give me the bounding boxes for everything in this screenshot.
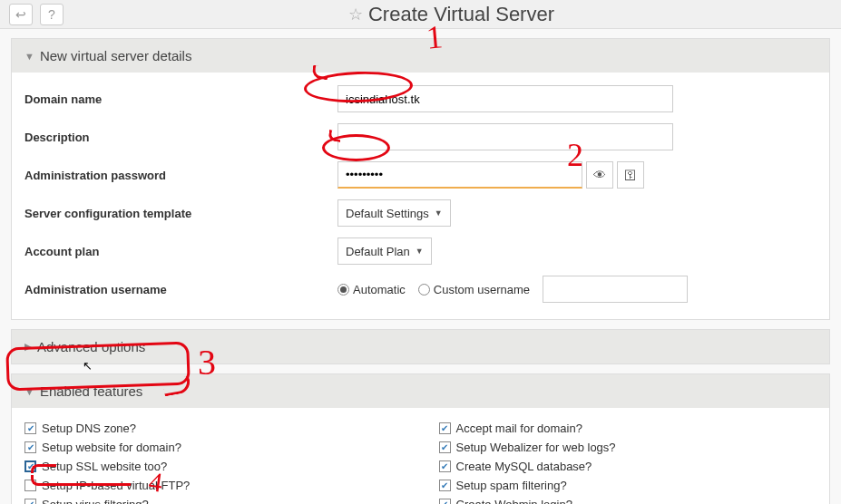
eye-icon: 👁 xyxy=(593,168,606,182)
password-input[interactable] xyxy=(337,161,582,189)
domain-name-input[interactable] xyxy=(337,85,673,112)
caret-down-icon: ▼ xyxy=(435,208,443,218)
feature-label: Setup website for domain? xyxy=(42,441,181,454)
key-icon: ⚿ xyxy=(624,168,637,182)
feature-label: Setup spam filtering? xyxy=(456,479,567,492)
favorite-star-icon[interactable]: ☆ xyxy=(348,5,363,24)
radio-automatic-label: Automatic xyxy=(353,283,406,296)
plan-label: Account plan xyxy=(24,245,337,258)
show-password-button[interactable]: 👁 xyxy=(586,161,613,189)
template-value: Default Settings xyxy=(346,207,429,220)
checkbox-icon xyxy=(439,499,451,504)
panel-header-advanced[interactable]: ▶ Advanced options xyxy=(12,330,829,363)
feature-label: Setup SSL website too? xyxy=(42,460,167,473)
plan-value: Default Plan xyxy=(346,245,410,258)
feature-item[interactable]: Setup IP-based virtual FTP? xyxy=(24,476,403,495)
feature-item[interactable]: Setup website for domain? xyxy=(24,438,403,457)
template-label: Server configuration template xyxy=(24,207,337,220)
feature-item[interactable]: Setup Webalizer for web logs? xyxy=(439,438,817,457)
radio-automatic[interactable]: Automatic xyxy=(337,283,406,296)
plan-select[interactable]: Default Plan ▼ xyxy=(337,237,432,265)
checkbox-icon xyxy=(24,441,36,453)
feature-label: Setup virus filtering? xyxy=(42,498,149,504)
checkbox-icon xyxy=(24,499,36,504)
checkbox-icon xyxy=(24,422,36,434)
radio-custom[interactable]: Custom username xyxy=(418,283,530,296)
back-button[interactable]: ↩ xyxy=(9,4,33,25)
feature-label: Setup Webalizer for web logs? xyxy=(456,441,616,454)
help-button[interactable]: ? xyxy=(40,4,64,25)
description-label: Description xyxy=(24,131,337,144)
feature-item[interactable]: Create Webmin login? xyxy=(439,495,817,504)
generate-password-button[interactable]: ⚿ xyxy=(617,161,644,189)
radio-icon xyxy=(337,284,349,296)
domain-name-label: Domain name xyxy=(24,92,337,106)
template-select[interactable]: Default Settings ▼ xyxy=(337,199,451,227)
panel-title-details: New virtual server details xyxy=(40,48,192,63)
caret-down-icon: ▼ xyxy=(416,247,424,256)
radio-icon xyxy=(418,284,430,296)
caret-down-icon: ▼ xyxy=(24,386,34,397)
checkbox-icon xyxy=(439,460,451,472)
description-input[interactable] xyxy=(337,123,673,150)
panel-advanced: ▶ Advanced options xyxy=(11,329,830,364)
feature-item[interactable]: Setup virus filtering? xyxy=(24,495,403,504)
feature-item[interactable]: Setup SSL website too? xyxy=(24,457,403,476)
panel-server-details: ▼ New virtual server details Domain name… xyxy=(11,38,830,320)
custom-username-input[interactable] xyxy=(543,276,688,303)
page-title: Create Virtual Server xyxy=(368,3,554,26)
feature-item[interactable]: Setup spam filtering? xyxy=(439,476,817,495)
panel-header-details[interactable]: ▼ New virtual server details xyxy=(12,39,829,73)
feature-item[interactable]: Setup DNS zone? xyxy=(24,419,403,438)
panel-title-features: Enabled features xyxy=(40,383,142,399)
panel-title-advanced: Advanced options xyxy=(37,339,145,354)
checkbox-icon xyxy=(439,441,451,453)
checkbox-icon xyxy=(24,460,36,472)
username-label: Administration username xyxy=(24,283,337,296)
radio-custom-label: Custom username xyxy=(434,283,530,296)
checkbox-icon xyxy=(439,422,451,434)
caret-right-icon: ▶ xyxy=(24,341,32,353)
feature-label: Setup IP-based virtual FTP? xyxy=(42,479,190,492)
feature-label: Create MySQL database? xyxy=(456,460,592,473)
checkbox-icon xyxy=(24,480,36,491)
panel-features: ▼ Enabled features Setup DNS zone?Setup … xyxy=(11,373,830,504)
feature-label: Setup DNS zone? xyxy=(42,422,136,435)
feature-label: Create Webmin login? xyxy=(456,498,572,504)
caret-down-icon: ▼ xyxy=(24,51,34,62)
feature-item[interactable]: Accept mail for domain? xyxy=(439,419,817,438)
feature-label: Accept mail for domain? xyxy=(456,422,582,435)
feature-item[interactable]: Create MySQL database? xyxy=(439,457,817,476)
panel-header-features[interactable]: ▼ Enabled features xyxy=(12,374,829,408)
password-label: Administration password xyxy=(24,169,337,182)
checkbox-icon xyxy=(439,480,451,491)
